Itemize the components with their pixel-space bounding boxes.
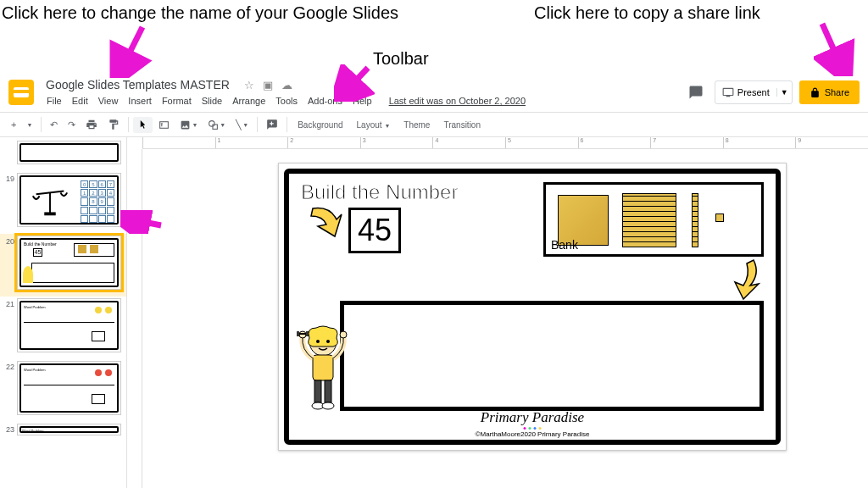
slides-logo-icon[interactable] (8, 80, 34, 105)
slide-thumbnail[interactable]: Word Problem (17, 424, 121, 435)
character-graphic[interactable] (296, 323, 350, 416)
svg-point-25 (340, 331, 347, 338)
move-icon[interactable]: ▣ (263, 79, 273, 92)
workspace: 19 0567123489 20 Build the Number 45 (0, 137, 868, 488)
present-label: Present (737, 87, 770, 97)
svg-rect-19 (313, 355, 333, 380)
svg-rect-28 (306, 331, 309, 336)
menu-file[interactable]: File (42, 94, 66, 108)
menu-slide[interactable]: Slide (198, 94, 226, 108)
brand-text: Primary Paradise (289, 409, 776, 426)
svg-rect-8 (160, 121, 169, 128)
layout-button[interactable]: Layout ▼ (351, 118, 397, 132)
annotation-rename: Click here to change the name of your Go… (2, 3, 398, 23)
base-ten-flat-icon[interactable] (622, 193, 676, 247)
thumb-number: 21 (5, 298, 17, 358)
select-tool[interactable] (133, 117, 153, 133)
arrow-filmstrip (120, 210, 166, 234)
menu-insert[interactable]: Insert (124, 94, 156, 108)
menu-arrange[interactable]: Arrange (228, 94, 270, 108)
background-button[interactable]: Background (292, 118, 348, 132)
decorative-dots (524, 427, 542, 430)
menu-view[interactable]: View (94, 94, 123, 108)
svg-line-1 (120, 27, 142, 71)
new-slide-dropdown[interactable]: ▼ (22, 119, 36, 130)
bank-container[interactable]: Bank (543, 182, 764, 257)
separator (287, 117, 287, 132)
slide-thumbnail[interactable]: Word Problem (17, 361, 121, 415)
menu-tools[interactable]: Tools (271, 94, 302, 108)
svg-point-23 (322, 402, 334, 409)
slide-thumbnail[interactable]: 0567123489 (17, 173, 121, 227)
separator (41, 117, 42, 132)
present-button[interactable]: Present (715, 86, 776, 98)
slide-frame: Build the Number 45 Bank (284, 169, 781, 445)
print-button[interactable] (81, 116, 102, 133)
menu-edit[interactable]: Edit (68, 94, 92, 108)
slide-thumbnail[interactable] (17, 141, 121, 164)
base-ten-rod-icon[interactable] (692, 193, 698, 247)
arrow-share (814, 20, 856, 76)
copyright-text: ©MarthaMoore2020 Primary Paradise (289, 430, 776, 438)
share-button[interactable]: Share (799, 80, 860, 104)
canvas[interactable]: 123456789 Build the Number 45 Bank (127, 137, 868, 488)
thumb-number: 22 (5, 361, 17, 420)
thumb-number: 20 (5, 236, 17, 295)
annotation-share: Click here to copy a share link (534, 3, 760, 23)
image-tool[interactable]: ▼ (175, 117, 202, 133)
filmstrip[interactable]: 19 0567123489 20 Build the Number 45 (0, 137, 127, 488)
arrow-graphic-icon[interactable] (304, 204, 343, 248)
svg-line-7 (127, 219, 161, 225)
arrow-rename (108, 24, 159, 78)
paint-format-button[interactable] (103, 116, 124, 133)
svg-line-5 (822, 24, 843, 69)
ruler-horizontal: 123456789 (142, 137, 868, 149)
svg-rect-12 (213, 124, 217, 128)
toolbar: + ▼ ↶ ↷ ▼ ▼ ╲▼ Background Layout ▼ Theme… (0, 112, 868, 137)
arrow-toolbar (334, 64, 375, 102)
comment-tool[interactable] (262, 116, 282, 133)
base-ten-unit-icon[interactable] (715, 214, 724, 222)
slide-title-text[interactable]: Build the Number (301, 180, 458, 204)
slide-thumbnail-selected[interactable]: Build the Number 45 (17, 236, 121, 290)
svg-point-17 (316, 340, 320, 343)
last-edit-link[interactable]: Last edit was on October 2, 2020 (385, 94, 530, 108)
redo-button[interactable]: ↷ (64, 117, 80, 133)
lock-icon (810, 87, 821, 98)
number-display[interactable]: 45 (348, 208, 401, 253)
separator (257, 117, 258, 132)
svg-rect-15 (44, 212, 55, 215)
star-icon[interactable]: ☆ (244, 79, 254, 92)
arrow-graphic-icon[interactable] (728, 257, 764, 304)
separator (128, 117, 129, 132)
slide-thumbnail[interactable]: Word Problem (17, 298, 121, 352)
present-dropdown[interactable]: ▼ (776, 88, 792, 97)
ruler-vertical (127, 149, 142, 488)
svg-rect-20 (314, 380, 321, 402)
annotation-toolbar: Toolbar (373, 49, 429, 69)
undo-button[interactable]: ↶ (46, 117, 62, 133)
present-button-group: Present ▼ (715, 80, 793, 104)
document-title[interactable]: Google Slides Templates MASTER (42, 76, 233, 93)
theme-button[interactable]: Theme (398, 118, 436, 132)
share-label: Share (825, 87, 849, 97)
svg-point-18 (326, 340, 330, 343)
bank-label: Bank (551, 238, 578, 252)
new-slide-button[interactable]: + (7, 117, 20, 132)
slide-canvas[interactable]: Build the Number 45 Bank (278, 163, 787, 451)
svg-rect-27 (297, 331, 299, 336)
svg-rect-21 (325, 380, 331, 402)
work-area[interactable] (340, 301, 764, 411)
app-header: Google Slides Templates MASTER ☆ ▣ ☁ Fil… (0, 75, 868, 110)
comments-icon[interactable] (684, 80, 708, 104)
line-tool[interactable]: ╲▼ (231, 117, 253, 133)
svg-point-11 (209, 120, 215, 126)
textbox-tool[interactable] (154, 117, 174, 133)
thumb-number: 19 (5, 173, 17, 232)
cloud-icon[interactable]: ☁ (281, 79, 292, 92)
thumb-number (5, 141, 17, 169)
thumb-number: 23 (5, 424, 17, 441)
transition-button[interactable]: Transition (437, 118, 487, 132)
shape-tool[interactable]: ▼ (203, 117, 230, 133)
menu-format[interactable]: Format (158, 94, 196, 108)
